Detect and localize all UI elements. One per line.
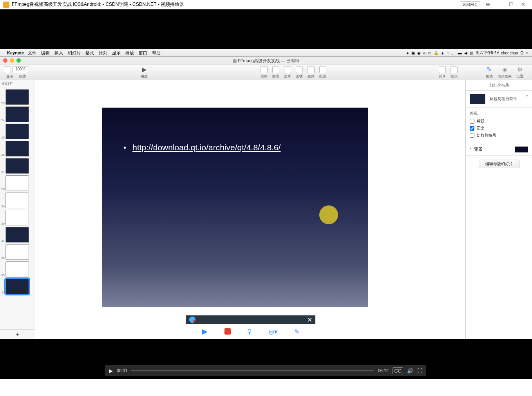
thumb-preview xyxy=(5,210,29,225)
checkbox-title[interactable] xyxy=(470,119,474,124)
thumbnail-slide[interactable]: 33 xyxy=(2,261,33,277)
menu-edit[interactable]: 编辑 xyxy=(41,50,50,56)
settings-label: 设置 xyxy=(516,74,523,79)
thumb-number: 24 xyxy=(1,119,5,122)
video-area: Keynote 文件 编辑 插入 幻灯片 格式 排列 显示 播放 窗口 帮助 ●… xyxy=(0,9,532,379)
player-progress-bar[interactable] xyxy=(132,370,374,371)
background-swatch[interactable] xyxy=(515,146,528,153)
recorder-pen-icon[interactable]: ✎ xyxy=(294,328,299,335)
thumbnail-slide[interactable]: 24 xyxy=(2,106,33,122)
thumbnail-slide[interactable]: 27 xyxy=(2,158,33,174)
thumbnail-slide[interactable]: 26 xyxy=(2,141,33,157)
status-sync-icon[interactable]: ◉ xyxy=(417,51,421,55)
minimize-button[interactable]: — xyxy=(494,2,505,7)
add-slide-button[interactable]: + xyxy=(0,329,35,339)
thumbnail-slide[interactable]: 31 xyxy=(2,227,33,243)
layout-section[interactable]: 标题与项目符号 ▾ xyxy=(466,91,532,108)
player-volume-button[interactable]: 🔊 xyxy=(407,368,413,374)
zoom-selector[interactable]: 100% xyxy=(13,66,28,73)
media-button[interactable] xyxy=(308,66,315,73)
status-battery-icon[interactable]: ▬ xyxy=(458,51,462,55)
recorder-stop-button[interactable] xyxy=(224,328,231,335)
recorder-close-button[interactable]: ✕ xyxy=(307,316,312,324)
status-bluetooth-icon[interactable]: ⌔ xyxy=(447,51,449,55)
menubar-time[interactable]: 周六下午9:49 xyxy=(476,50,499,56)
thumbnail-slide[interactable]: 28 xyxy=(2,175,33,191)
recorder-marker-icon[interactable]: ⚲ xyxy=(247,328,252,335)
keynote-window: ▥ FFmpeg高级开发实战 — 已编辑 100% 显示 缩放 xyxy=(0,57,532,339)
maximize-button[interactable]: ☐ xyxy=(505,2,517,7)
window-titlebar: FFmpeg音视频高级开发实战 iOS&Android; - CSDN学院 - … xyxy=(0,0,532,9)
thumbnail-slide[interactable]: 29 xyxy=(2,193,33,208)
player-fullscreen-button[interactable]: ⛶ xyxy=(417,368,422,374)
close-button[interactable]: ✕ xyxy=(517,2,529,7)
settings-button[interactable]: ⚙ xyxy=(517,66,523,73)
format-label: 格式 xyxy=(486,74,493,79)
thumb-number: 34 xyxy=(1,291,5,294)
comment-button[interactable] xyxy=(319,66,326,73)
text-button[interactable] xyxy=(284,66,291,73)
thumb-preview xyxy=(5,175,29,191)
video-player-controls: ▶ 00:01 06:12 CC 🔊 ⛶ xyxy=(105,365,426,376)
thumbnail-slide[interactable]: 25 xyxy=(2,124,33,139)
thumbnail-slide[interactable]: 32 xyxy=(2,244,33,260)
player-cc-button[interactable]: CC xyxy=(393,367,403,374)
menubar-user[interactable]: chenchao xyxy=(501,51,518,55)
thumbnail-slide[interactable]: 30 xyxy=(2,210,33,225)
thumbnail-panel: 幻灯片 232425262728293031323334 + xyxy=(0,80,35,339)
settings-gear-icon[interactable]: ❋ xyxy=(482,2,494,7)
thumbnail-slide[interactable]: 34 xyxy=(2,279,33,294)
checkbox-number[interactable] xyxy=(470,133,474,138)
hint-button[interactable] xyxy=(451,66,458,73)
spotlight-icon[interactable]: Q xyxy=(520,51,523,55)
status-display-icon[interactable]: ▭ xyxy=(428,51,431,55)
back-home-button[interactable]: 返回网页 xyxy=(460,1,480,8)
play-button[interactable]: ▶ xyxy=(142,66,147,73)
menu-insert[interactable]: 插入 xyxy=(54,50,63,56)
animate-button[interactable]: ◈ xyxy=(502,66,507,73)
thumb-number: 32 xyxy=(1,256,5,260)
traffic-close[interactable] xyxy=(3,58,7,63)
menu-slide[interactable]: 幻灯片 xyxy=(68,50,81,56)
checkbox-body[interactable] xyxy=(470,126,474,131)
menu-view[interactable]: 显示 xyxy=(112,50,121,56)
menu-file[interactable]: 文件 xyxy=(28,50,36,56)
view-button[interactable] xyxy=(4,66,11,73)
slide-canvas[interactable]: • http://download.qt.io/archive/qt/4.8/4… xyxy=(35,80,465,339)
recorder-titlebar[interactable]: ✕ xyxy=(186,315,315,324)
slide-bullet[interactable]: • http://download.qt.io/archive/qt/4.8/4… xyxy=(123,143,280,152)
status-qq-icon[interactable]: ● xyxy=(407,51,409,55)
thumb-preview xyxy=(5,193,29,208)
traffic-zoom[interactable] xyxy=(16,58,21,63)
chevron-right-icon: ▸ xyxy=(470,146,472,150)
menu-play[interactable]: 播放 xyxy=(125,50,134,56)
traffic-minimize[interactable] xyxy=(10,58,14,63)
menubar-app-name[interactable]: Keynote xyxy=(7,50,24,55)
background-section[interactable]: ▸ 背景 xyxy=(466,143,532,156)
share-button[interactable] xyxy=(439,66,446,73)
player-play-button[interactable]: ▶ xyxy=(109,368,113,374)
recorder-play-button[interactable]: ▶ xyxy=(202,327,208,336)
menu-arrange[interactable]: 排列 xyxy=(99,50,107,56)
status-wifi-icon[interactable]: ⋰ xyxy=(452,51,456,55)
status-screen-icon[interactable]: ⎚ xyxy=(423,51,425,55)
inspector-header: 幻灯片布局 xyxy=(466,80,532,91)
status-flag-icon[interactable]: ▤ xyxy=(470,51,473,55)
menu-window[interactable]: 窗口 xyxy=(139,50,147,56)
menu-help[interactable]: 帮助 xyxy=(152,50,161,56)
status-volume-icon[interactable]: ◀ xyxy=(464,51,467,55)
hamburger-icon[interactable]: ≡ xyxy=(526,51,528,55)
current-slide[interactable]: • http://download.qt.io/archive/qt/4.8/4… xyxy=(102,108,368,307)
status-lock-icon[interactable]: 🔒 xyxy=(434,51,438,55)
recorder-webcam-icon[interactable]: ◎▾ xyxy=(269,328,277,335)
status-rec-icon[interactable]: ▣ xyxy=(411,51,415,55)
status-shield-icon[interactable]: ▲ xyxy=(441,51,445,55)
thumbnail-slide[interactable]: 23 xyxy=(2,89,33,105)
table-button[interactable] xyxy=(261,66,268,73)
menu-format[interactable]: 格式 xyxy=(85,50,94,56)
format-button[interactable]: ✎ xyxy=(487,66,492,73)
shape-button[interactable] xyxy=(296,66,303,73)
edit-master-button[interactable]: 编辑母版幻灯片 xyxy=(479,160,519,168)
chart-button[interactable] xyxy=(272,66,279,73)
cursor-highlight xyxy=(319,205,338,224)
